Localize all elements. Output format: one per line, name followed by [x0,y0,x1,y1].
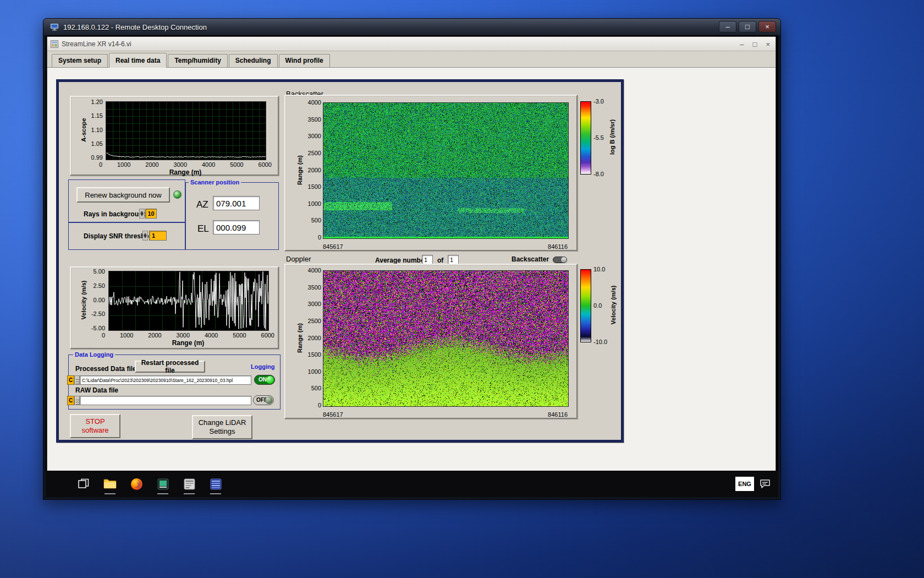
rays-spinner[interactable] [139,209,145,219]
desktop: 192.168.0.122 - Remote Desktop Connectio… [0,0,924,578]
backscatter-ytick: 1000 [301,201,321,207]
velocity-plot [108,271,269,331]
ascope-ytick: 1.05 [83,141,103,147]
screenshot-app-icon[interactable] [156,476,170,492]
backscatter-ytick: 2500 [301,150,321,156]
doppler-ytick: 0 [301,402,321,408]
rays-in-background-label: Rays in background [84,210,147,218]
backscatter-ytick: 3500 [301,117,321,123]
change-lidar-line2: Settings [210,427,235,436]
renew-background-button[interactable]: Renew background now [76,187,170,203]
snr-spinner[interactable] [142,231,148,241]
colorbar-tick: 10.0 [593,266,612,272]
velocity-xtick: 1000 [120,332,133,339]
backscatter-x-start: 845617 [323,244,343,250]
raw-file-path-field[interactable] [80,396,251,405]
task-view-icon[interactable] [76,476,91,492]
file-explorer-icon[interactable] [103,476,117,492]
velocity-xlabel: Range (m) [108,339,268,347]
doppler-colorbar-label: Velocity (m/s) [610,286,617,325]
backscatter-xlabels: 845617 846116 [323,244,568,250]
snr-value-field[interactable]: 1 [149,231,167,241]
main-panel: A-scope 1.20 1.15 1.10 1.05 0.99 0 1000 … [56,79,624,443]
processed-logging-toggle[interactable]: ON [254,375,275,385]
ascope-ytick: 1.20 [83,99,103,105]
app-titlebar[interactable]: StreamLine XR v14-6.vi – □ × [47,37,776,51]
backscatter-ytick: 2000 [301,167,321,173]
raw-browse-icon[interactable] [74,396,80,405]
backscatter-toggle[interactable] [553,257,567,263]
colorbar-tick: -3.0 [593,99,611,105]
backscatter-colorbar-label: log B (/m/sr) [609,119,615,155]
raw-drive-letter[interactable]: C [67,396,74,405]
doppler-xlabels: 845617 846116 [323,412,568,418]
average-count-field[interactable]: 1 [448,255,459,264]
velocity-ytick: -2.50 [82,311,105,317]
firefox-icon[interactable] [129,476,144,492]
az-label: AZ [196,199,208,210]
raw-data-file-label: RAW Data file [75,386,118,394]
ascope-plot [106,101,266,160]
backscatter-ytick: 3000 [301,133,321,139]
average-number-field[interactable]: 1 [422,255,433,264]
rdp-maximize-button[interactable]: □ [739,21,756,32]
rdp-close-button[interactable]: × [758,21,776,32]
az-value-field[interactable]: 079.001 [213,196,260,210]
el-value-field[interactable]: 000.099 [213,220,260,235]
remote-desktop-icon [50,23,59,31]
doppler-heatmap [323,270,569,407]
tab-system-setup[interactable]: System setup [52,54,108,67]
doppler-colorbar [580,269,591,342]
tab-wind-profile[interactable]: Wind profile [279,54,330,67]
change-lidar-settings-button[interactable]: Change LiDAR Settings [192,415,252,439]
rdp-titlebar[interactable]: 192.168.0.122 - Remote Desktop Connectio… [43,19,780,35]
colorbar-tick: 0.0 [593,303,612,309]
velocity-ytick: 2.50 [82,283,105,289]
ascope-ytick: 1.15 [83,113,103,119]
ascope-xticks: 0 1000 2000 3000 4000 5000 6000 [99,162,272,168]
scheduler-app-icon[interactable] [208,476,223,492]
notification-icon[interactable] [760,479,771,491]
tab-real-time-data[interactable]: Real time data [109,53,167,68]
restart-processed-file-button[interactable]: Restart processed file [135,361,205,373]
app-minimize-button[interactable]: – [740,40,744,48]
processed-browse-icon[interactable] [74,375,80,385]
change-lidar-line1: Change LiDAR [199,418,246,427]
renew-background-led [173,190,182,199]
raw-logging-toggle[interactable]: OFF [253,395,274,405]
processed-file-path-field[interactable]: C:\Lidar\Data\Proc\2023\202309\20230910\… [80,375,251,385]
app-restore-button[interactable]: □ [753,40,757,48]
scan-sched-icon[interactable] [182,476,196,492]
doppler-yticks: 4000 3500 3000 2500 2000 1500 1000 500 0 [301,268,321,408]
app-close-button[interactable]: × [766,40,770,48]
rdp-minimize-button[interactable]: – [719,21,736,32]
of-label: of [437,257,443,264]
tab-scheduling[interactable]: Scheduling [229,54,278,67]
backscatter-heatmap [323,102,569,239]
ascope-xlabel: Range (m) [106,168,265,176]
rdp-window: 192.168.0.122 - Remote Desktop Connectio… [43,18,781,500]
backscatter-x-end: 846116 [548,244,568,250]
rays-value-field[interactable]: 10 [145,209,157,219]
front-panel: A-scope 1.20 1.15 1.10 1.05 0.99 0 1000 … [47,68,776,471]
language-indicator[interactable]: ENG [735,477,754,491]
velocity-ytick: 0.00 [82,297,105,303]
ascope-xtick: 3000 [174,162,187,168]
doppler-ytick: 4000 [301,268,321,274]
doppler-title: Doppler [286,255,311,263]
ascope-yticks: 1.20 1.15 1.10 1.05 0.99 [83,99,103,161]
on-label: ON [258,377,267,383]
velocity-yticks: 5.00 2.50 0.00 -2.50 -5.00 [82,269,105,331]
processed-drive-letter[interactable]: C [67,375,74,385]
app-title: StreamLine XR v14-6.vi [62,40,131,48]
backscatter-yticks: 4000 3500 3000 2500 2000 1500 1000 500 0 [301,100,321,241]
ascope-xtick: 2000 [145,162,158,168]
doppler-colorbar-ticks: 10.0 0.0 -10.0 [593,266,612,345]
scanner-position-box [185,182,279,250]
tab-temp-humidity[interactable]: Temp/humidity [168,54,227,67]
stop-software-button[interactable]: STOP software [70,414,120,438]
doppler-ytick: 500 [301,385,321,391]
logging-label: Logging [251,363,274,370]
velocity-ytick: 5.00 [82,269,105,275]
el-label: EL [197,223,209,235]
